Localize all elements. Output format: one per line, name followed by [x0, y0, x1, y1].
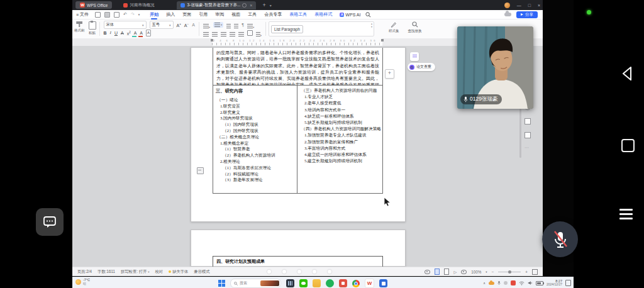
participant-video-tile[interactable]: 0129张瑞豪	[457, 26, 533, 109]
new-tab-button[interactable]: +	[262, 2, 265, 8]
proofread-button[interactable]: 校对	[155, 269, 164, 275]
highlight-color-button[interactable]: A	[134, 30, 137, 36]
font-size-select[interactable]: 五号 ▾	[150, 21, 174, 29]
volume-icon[interactable]	[528, 280, 533, 285]
battery-icon[interactable]	[536, 281, 543, 285]
document-page-2[interactable]: 四、研究计划及预期成果	[191, 230, 406, 267]
dark-app-icon[interactable]	[286, 279, 294, 287]
distribute-button[interactable]	[238, 28, 244, 39]
format-painter-button[interactable]: 格式刷	[72, 19, 87, 38]
wechat-icon[interactable]	[299, 279, 308, 287]
tab-tools[interactable]: 工具	[248, 11, 257, 18]
styles-set-button[interactable]: 样式集	[387, 19, 401, 38]
weather-widget[interactable]: -7°C 晴	[75, 279, 90, 285]
tab-list-dropdown-icon[interactable]: ▾	[270, 3, 272, 8]
chrome-icon[interactable]	[352, 280, 360, 287]
wps-ai-button[interactable]: A WPS AI	[340, 13, 360, 17]
paragraph-layout-icon[interactable]	[247, 30, 253, 36]
align-left-button[interactable]	[203, 28, 209, 39]
android-menu-button[interactable]	[619, 209, 633, 219]
close-tab-icon[interactable]: ×	[250, 3, 252, 8]
sidebar-edit-icon[interactable]	[525, 118, 531, 125]
eye-protect-icon[interactable]	[425, 270, 430, 274]
quick-access-dropdown-icon[interactable]: ▾	[138, 13, 140, 16]
microphone-tray-icon[interactable]	[497, 280, 501, 285]
zoom-dropdown-icon[interactable]: ▾	[486, 270, 487, 274]
account-avatar[interactable]	[504, 3, 510, 8]
table-add-button[interactable]: +	[385, 69, 394, 79]
save-icon[interactable]	[95, 12, 101, 18]
tab-table-tools[interactable]: 表格工具	[289, 11, 307, 18]
word-count[interactable]: 字数:1611	[97, 269, 115, 275]
page-view-icon[interactable]	[435, 269, 440, 275]
paper-check-collapse-icon[interactable]	[410, 52, 419, 61]
document-tab-active[interactable]: 3-张瑞豪-智慧养老背景下养... ×	[177, 1, 256, 9]
sort-button[interactable]: ▾	[256, 28, 262, 39]
meeting-app-icon[interactable]	[379, 279, 387, 287]
zoom-out-button[interactable]: −	[492, 270, 494, 274]
table-cell-right[interactable]: （三）养老机构人力资源培训面临的问题 1.专业人才缺乏 2.老年人接受程度低 3…	[297, 86, 382, 193]
web-view-icon[interactable]	[444, 269, 449, 275]
zoom-in-button[interactable]: +	[525, 270, 528, 274]
read-mode-icon[interactable]: ▷	[453, 270, 457, 274]
redo-icon[interactable]: ↷	[131, 12, 135, 17]
clock[interactable]: 8:27 2024/12/27	[547, 280, 562, 287]
missing-font-warning[interactable]: 缺失字体	[169, 269, 188, 275]
table-handle-icon[interactable]	[197, 167, 204, 174]
share-button[interactable]: 分享	[516, 11, 538, 18]
current-style-chip[interactable]: List Paragraph	[271, 25, 303, 33]
notification-center-icon[interactable]	[565, 280, 571, 286]
paste-button[interactable]: 粘贴	[87, 19, 98, 38]
find-replace-button[interactable]: 查找替换	[406, 19, 424, 38]
mute-microphone-button[interactable]	[542, 221, 578, 257]
styles-gallery[interactable]: List Paragraph ▴ ▾	[269, 21, 374, 36]
chat-button[interactable]	[36, 208, 64, 236]
file-explorer-icon[interactable]	[313, 279, 321, 287]
tab-page[interactable]: 页面	[182, 11, 191, 18]
zoom-level[interactable]: 100%	[471, 270, 481, 274]
document-table[interactable]: 的应用与普及。同时，随着老年人口对养老服务需求的多样化、个性化增长，养老机构则需…	[213, 48, 383, 194]
align-right-button[interactable]	[221, 28, 226, 39]
hidden-icons-chevron[interactable]: ∧	[483, 281, 486, 285]
strikethrough-button[interactable]: A	[121, 30, 124, 36]
bold-button[interactable]: B	[104, 30, 107, 36]
cloud-tray-icon[interactable]	[489, 282, 494, 285]
italic-button[interactable]: I	[110, 30, 111, 36]
fullscreen-icon[interactable]	[532, 269, 538, 275]
document-tab-inactive[interactable]: 河南市场概况	[119, 1, 158, 9]
line-spacing-button[interactable]: ▾	[247, 19, 254, 31]
tab-insert[interactable]: 插入	[166, 11, 175, 18]
indent-marker-left[interactable]	[211, 39, 213, 42]
tray-icon-dim[interactable]	[504, 281, 508, 285]
page-indicator[interactable]: 页面:2/4	[77, 269, 92, 275]
tab-table-style[interactable]: 表格样式	[314, 11, 332, 18]
underline-button[interactable]: U	[114, 30, 118, 36]
wifi-icon[interactable]	[519, 281, 525, 285]
meeting-tray-icon[interactable]	[511, 280, 516, 285]
superscript-button[interactable]: x2	[127, 30, 131, 36]
character-border-button[interactable]: A	[146, 30, 151, 36]
green-app-icon[interactable]	[326, 279, 334, 287]
maximize-button[interactable]: □	[528, 3, 531, 8]
justify-button[interactable]	[230, 28, 235, 39]
style-scroll-down-icon[interactable]: ▾	[371, 26, 372, 28]
indent-marker-right[interactable]	[381, 39, 384, 42]
shrink-font-button[interactable]: A−	[184, 21, 189, 28]
android-home-button[interactable]	[621, 139, 635, 152]
red-app-icon[interactable]	[339, 279, 347, 287]
cloud-sync-icon[interactable]	[504, 13, 511, 16]
close-window-button[interactable]: ×	[538, 3, 540, 8]
android-back-button[interactable]	[620, 65, 634, 82]
full-reading-icon[interactable]	[461, 270, 467, 274]
paper-check-button[interactable]: G 论文查重	[408, 63, 435, 71]
grow-font-button[interactable]: A+	[177, 21, 181, 28]
align-center-button[interactable]	[212, 28, 218, 39]
document-table-next[interactable]: 四、研究计划及预期成果	[213, 256, 383, 267]
wps-home-button[interactable]: W WPS Office	[75, 1, 112, 9]
font-color-button[interactable]: A	[140, 30, 143, 36]
file-menu[interactable]: ≡ 文件	[76, 11, 89, 18]
zoom-slider[interactable]	[498, 272, 521, 272]
start-button[interactable]	[218, 280, 225, 287]
tab-home[interactable]: 开始	[150, 11, 158, 18]
tab-view[interactable]: 视图	[231, 11, 240, 18]
